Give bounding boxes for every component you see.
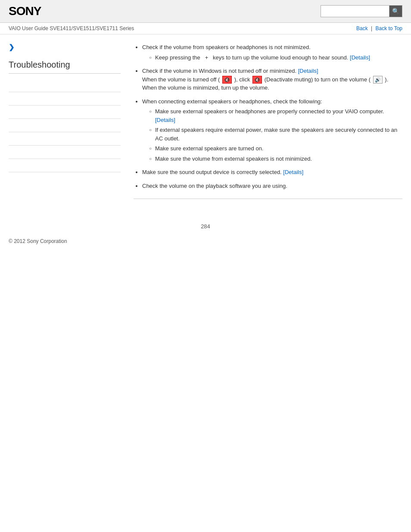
details-link[interactable]: [Details] [298,68,318,74]
sidebar-nav-item[interactable] [9,79,121,92]
sidebar-nav-item[interactable] [9,146,121,159]
details-link[interactable]: [Details] [350,54,370,61]
speaker-on-icon: 🔊 [375,76,381,84]
back-to-top-link[interactable]: Back to Top [376,25,402,31]
sub-list: Make sure external speakers or headphone… [142,107,402,163]
sub-list: Keep pressing the + keys to turn up the … [142,53,402,62]
nav-separator: | [371,25,374,31]
item-text: When connecting external speakers or hea… [142,98,322,105]
sidebar-chevron: ❯ [9,43,14,51]
sub-list-item: Make sure the volume from external speak… [149,155,402,163]
item-text-before: Check if the volume in Windows is not tu… [142,68,298,74]
speaker-muted-icon: 🔇 [224,76,230,84]
list-item: Make sure the sound output device is cor… [142,168,402,177]
search-icon: 🔍 [392,8,399,15]
search-button[interactable]: 🔍 [389,5,402,17]
sub-list-item: Keep pressing the + keys to turn up the … [149,53,402,62]
list-item: Check the volume on the playback softwar… [142,182,402,190]
nav-bar: VAIO User Guide SVE1411/SVE1511/SVE1711 … [0,23,411,34]
sidebar-nav-item[interactable] [9,119,121,132]
sub-item-text: Make sure external speakers are turned o… [155,145,263,152]
sub-item-text: Make sure external speakers or headphone… [155,108,384,115]
deactivate-mute-icon: 🔇 [252,76,262,84]
content-divider [134,199,402,199]
item-text: Check the volume on the playback softwar… [142,183,287,189]
copyright-text: © 2012 Sony Corporation [9,238,67,244]
volume-on-icon: 🔊 [373,76,383,84]
list-item: When connecting external speakers or hea… [142,97,402,163]
sidebar-title: Troubleshooting [9,60,121,74]
sony-logo: SONY [9,4,41,18]
sidebar-nav-item[interactable] [9,159,121,172]
search-input[interactable] [321,5,389,17]
sub-list-item: Make sure external speakers are turned o… [149,144,402,153]
search-container: 🔍 [321,5,402,17]
page-footer: © 2012 Sony Corporation [0,234,411,249]
speaker-muted-icon2: 🔇 [254,76,260,84]
sidebar: ❯ Troubleshooting [9,43,129,206]
sub-item-text: Keep pressing the + keys to turn up the … [155,54,350,61]
back-link[interactable]: Back [356,25,368,31]
page-number: 284 [0,215,411,234]
sidebar-nav-item[interactable] [9,132,121,146]
details-link[interactable]: [Details] [283,169,303,175]
details-link[interactable]: [Details] [155,117,175,123]
content-list: Check if the volume from speakers or hea… [134,43,402,190]
content-area: Check if the volume from speakers or hea… [129,43,402,206]
breadcrumb: VAIO User Guide SVE1411/SVE1511/SVE1711 … [9,25,134,31]
page-header: SONY 🔍 [0,0,411,23]
item-text-detail: When the volume is turned off ( 🔇 ), cli… [142,76,388,91]
sub-item-text: Make sure the volume from external speak… [155,156,312,162]
sidebar-nav-list [9,79,121,172]
nav-links: Back | Back to Top [356,25,402,31]
sub-item-text: If external speakers require external po… [155,127,397,142]
list-item: Check if the volume in Windows is not tu… [142,67,402,92]
item-text: Check if the volume from speakers or hea… [142,44,311,50]
item-text-before: Make sure the sound output device is cor… [142,169,283,175]
sub-list-item: If external speakers require external po… [149,126,402,143]
list-item: Check if the volume from speakers or hea… [142,43,402,62]
sub-list-item: Make sure external speakers or headphone… [149,107,402,124]
mute-icon: 🔇 [222,76,232,84]
sidebar-nav-item[interactable] [9,106,121,119]
main-content: ❯ Troubleshooting Check if the volume fr… [0,34,411,215]
sidebar-nav-item[interactable] [9,92,121,106]
